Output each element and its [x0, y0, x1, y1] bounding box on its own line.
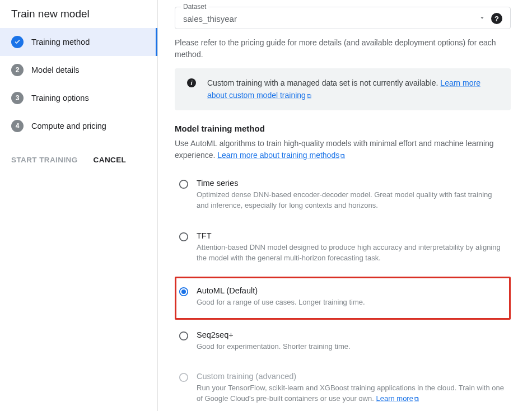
- page-title: Train new model: [0, 8, 157, 28]
- option-seq2seq[interactable]: Seq2seq+ Good for experimentation. Short…: [175, 323, 511, 362]
- step-training-method[interactable]: Training method: [0, 28, 157, 56]
- option-subtitle: Attention-based DNN model designed to pr…: [197, 242, 505, 264]
- radio-icon: [179, 179, 189, 189]
- method-options: Time series Optimized dense DNN-based en…: [175, 171, 511, 411]
- sidebar: Train new model Training method 2 Model …: [0, 0, 158, 411]
- custom-learn-more-link[interactable]: Learn more⧉: [376, 394, 418, 403]
- option-subtitle: Run your TensorFlow, scikit-learn and XG…: [197, 383, 505, 404]
- info-icon: i: [187, 78, 196, 87]
- step-number-icon: 2: [11, 64, 24, 76]
- external-link-icon: ⧉: [307, 92, 311, 99]
- info-banner: i Custom training with a managed data se…: [175, 68, 511, 110]
- step-number-icon: 4: [11, 120, 24, 132]
- radio-selected-icon: [179, 287, 189, 297]
- option-title: Time series: [197, 179, 505, 188]
- svg-point-3: [181, 289, 186, 294]
- step-model-details[interactable]: 2 Model details: [0, 56, 157, 84]
- dataset-label: Dataset: [181, 3, 208, 11]
- option-tft[interactable]: TFT Attention-based DNN model designed t…: [175, 224, 511, 273]
- external-link-icon: ⧉: [414, 395, 419, 402]
- start-training-button[interactable]: START TRAINING: [11, 156, 78, 164]
- cancel-button[interactable]: CANCEL: [94, 156, 127, 164]
- external-link-icon: ⧉: [340, 152, 345, 159]
- step-label: Training method: [31, 38, 90, 46]
- check-icon: [11, 36, 24, 48]
- method-heading: Model training method: [175, 124, 511, 133]
- radio-icon: [179, 232, 189, 242]
- pricing-note: Please refer to the pricing guide for mo…: [175, 37, 511, 60]
- main-content: Dataset sales_thisyear ? Please refer to…: [158, 0, 528, 411]
- radio-disabled-icon: [179, 372, 189, 382]
- step-compute-pricing[interactable]: 4 Compute and pricing: [0, 112, 157, 140]
- option-subtitle: Good for a range of use cases. Longer tr…: [197, 297, 505, 308]
- step-label: Model details: [31, 66, 79, 74]
- option-subtitle: Good for experimentation. Shorter traini…: [197, 342, 505, 352]
- help-icon[interactable]: ?: [491, 13, 502, 24]
- option-title: Custom training (advanced): [197, 372, 505, 381]
- svg-point-4: [180, 331, 188, 339]
- option-title: AutoML (Default): [197, 286, 505, 295]
- radio-icon: [179, 331, 189, 341]
- option-automl[interactable]: AutoML (Default) Good for a range of use…: [175, 277, 511, 320]
- method-link[interactable]: Learn more about training methods⧉: [217, 151, 345, 160]
- dataset-select[interactable]: Dataset sales_thisyear ?: [175, 7, 511, 29]
- svg-point-0: [180, 180, 188, 188]
- step-training-options[interactable]: 3 Training options: [0, 84, 157, 112]
- step-label: Training options: [31, 94, 89, 102]
- step-label: Compute and pricing: [31, 122, 106, 130]
- option-subtitle: Optimized dense DNN-based encoder-decode…: [197, 190, 505, 211]
- option-title: Seq2seq+: [197, 330, 505, 339]
- option-custom-training: Custom training (advanced) Run your Tens…: [175, 365, 511, 411]
- svg-point-1: [180, 233, 188, 241]
- chevron-down-icon: [479, 14, 486, 23]
- option-title: TFT: [197, 231, 505, 240]
- option-time-series[interactable]: Time series Optimized dense DNN-based en…: [175, 171, 511, 221]
- info-text: Custom training with a managed data set …: [207, 78, 440, 87]
- step-number-icon: 3: [11, 92, 24, 104]
- svg-point-5: [180, 373, 188, 381]
- dataset-value: sales_thisyear: [183, 14, 473, 24]
